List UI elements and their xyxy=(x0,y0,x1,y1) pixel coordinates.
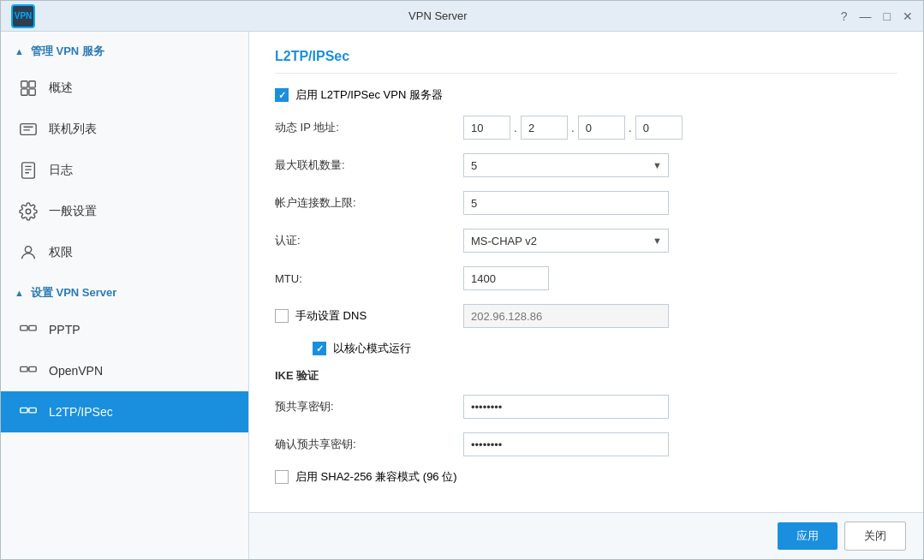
sidebar-item-log[interactable]: 日志 xyxy=(1,150,248,191)
content-inner: L2TP/IPSec 启用 L2TP/IPSec VPN 服务器 动态 IP 地… xyxy=(249,32,923,512)
sidebar-item-openvpn[interactable]: OpenVPN xyxy=(1,350,248,391)
l2tp-label: L2TP/IPSec xyxy=(49,405,113,419)
ip-dot-2: . xyxy=(571,121,575,134)
max-connections-label: 最大联机数量: xyxy=(275,158,463,173)
pptp-label: PPTP xyxy=(49,323,80,337)
ip-octet-2[interactable] xyxy=(521,116,568,140)
manual-dns-label: 手动设置 DNS xyxy=(295,308,367,324)
max-connections-select[interactable]: 5 10 20 50 xyxy=(463,153,669,177)
sidebar-section-manage: ▲ 管理 VPN 服务 xyxy=(1,32,248,68)
confirm-key-row: 确认预共享密钥: xyxy=(275,432,897,457)
apply-button[interactable]: 应用 xyxy=(778,522,838,550)
sidebar-item-overview[interactable]: 概述 xyxy=(1,68,248,109)
mtu-row: MTU: xyxy=(275,265,897,291)
dynamic-ip-label: 动态 IP 地址: xyxy=(275,120,463,135)
window-controls: ? — □ ✕ xyxy=(841,9,913,23)
manage-section-label: 管理 VPN 服务 xyxy=(31,44,104,59)
chevron-setup-icon: ▲ xyxy=(15,288,24,298)
svg-rect-1 xyxy=(29,81,35,87)
main-layout: ▲ 管理 VPN 服务 概述 xyxy=(1,32,923,559)
overview-icon xyxy=(18,78,39,98)
svg-rect-0 xyxy=(21,81,27,87)
window-title: VPN Server xyxy=(408,9,468,22)
minimize-button[interactable]: — xyxy=(860,9,872,23)
openvpn-label: OpenVPN xyxy=(49,364,103,378)
auth-row: 认证: MS-CHAP v2 PAP CHAP MS-CHAP ▼ xyxy=(275,228,897,253)
openvpn-icon xyxy=(18,360,39,381)
pptp-icon xyxy=(18,319,39,340)
preshared-key-label: 预共享密钥: xyxy=(275,399,463,414)
ike-section-label: IKE 验证 xyxy=(275,368,897,384)
page-title: L2TP/IPSec xyxy=(275,49,897,74)
mtu-label: MTU: xyxy=(275,272,463,285)
kernel-mode-checkbox[interactable] xyxy=(313,342,326,355)
titlebar-left: VPN xyxy=(11,4,35,28)
account-limit-label: 帐户连接数上限: xyxy=(275,195,463,211)
svg-point-6 xyxy=(26,209,31,214)
settings-icon xyxy=(18,201,39,222)
log-icon xyxy=(18,160,39,181)
chevron-manage-icon: ▲ xyxy=(15,46,24,57)
ip-group: . . . xyxy=(463,116,683,140)
l2tp-icon xyxy=(18,402,39,422)
auth-select-wrapper: MS-CHAP v2 PAP CHAP MS-CHAP ▼ xyxy=(463,229,669,253)
svg-rect-3 xyxy=(29,89,35,95)
sha2-checkbox[interactable] xyxy=(275,470,289,484)
general-settings-label: 一般设置 xyxy=(49,204,97,219)
dynamic-ip-row: 动态 IP 地址: . . . xyxy=(275,115,897,140)
sidebar-item-l2tp[interactable]: L2TP/IPSec xyxy=(1,391,248,432)
auth-label: 认证: xyxy=(275,233,463,248)
confirm-key-label: 确认预共享密钥: xyxy=(275,437,463,452)
sha2-row: 启用 SHA2-256 兼容模式 (96 位) xyxy=(275,469,897,485)
ip-octet-1[interactable] xyxy=(463,116,510,140)
manual-dns-checkbox[interactable] xyxy=(275,309,289,323)
sidebar-item-pptp[interactable]: PPTP xyxy=(1,309,248,350)
permissions-label: 权限 xyxy=(49,245,73,260)
ip-dot-1: . xyxy=(514,121,517,134)
sha2-label: 启用 SHA2-256 兼容模式 (96 位) xyxy=(295,469,457,485)
permissions-icon xyxy=(18,242,39,263)
app-logo: VPN xyxy=(11,4,35,28)
svg-rect-12 xyxy=(21,408,27,413)
kernel-mode-label: 以核心模式运行 xyxy=(333,341,411,356)
sidebar-item-general-settings[interactable]: 一般设置 xyxy=(1,191,248,232)
enable-service-checkbox[interactable] xyxy=(275,88,289,102)
main-window: VPN VPN Server ? — □ ✕ ▲ 管理 VPN 服务 xyxy=(0,0,924,560)
ip-octet-3[interactable] xyxy=(578,116,625,140)
sidebar-item-connection-list[interactable]: 联机列表 xyxy=(1,109,248,150)
auth-select[interactable]: MS-CHAP v2 PAP CHAP MS-CHAP xyxy=(463,229,669,253)
preshared-key-input[interactable] xyxy=(463,395,669,419)
kernel-mode-row: 以核心模式运行 xyxy=(275,341,897,356)
mtu-input[interactable] xyxy=(463,266,549,290)
dns-input[interactable] xyxy=(463,304,669,328)
log-label: 日志 xyxy=(49,163,73,178)
content-area: L2TP/IPSec 启用 L2TP/IPSec VPN 服务器 动态 IP 地… xyxy=(249,32,923,559)
maximize-button[interactable]: □ xyxy=(884,9,891,23)
svg-rect-4 xyxy=(21,124,36,135)
svg-rect-10 xyxy=(21,366,27,372)
svg-rect-2 xyxy=(21,89,27,95)
account-limit-input[interactable] xyxy=(463,191,669,215)
sidebar: ▲ 管理 VPN 服务 概述 xyxy=(1,32,249,559)
preshared-key-row: 预共享密钥: xyxy=(275,394,897,420)
sidebar-item-permissions[interactable]: 权限 xyxy=(1,232,248,273)
manual-dns-row: 手动设置 DNS xyxy=(275,303,897,329)
account-limit-row: 帐户连接数上限: xyxy=(275,190,897,216)
svg-rect-9 xyxy=(29,325,36,331)
help-button[interactable]: ? xyxy=(841,9,848,23)
titlebar: VPN VPN Server ? — □ ✕ xyxy=(1,1,923,32)
connection-list-icon xyxy=(18,119,39,140)
close-button[interactable]: ✕ xyxy=(903,9,913,23)
svg-rect-11 xyxy=(29,366,36,372)
cancel-button[interactable]: 关闭 xyxy=(844,521,906,551)
max-connections-row: 最大联机数量: 5 10 20 50 ▼ xyxy=(275,152,897,178)
confirm-key-input[interactable] xyxy=(463,432,669,456)
ip-octet-4[interactable] xyxy=(635,116,683,140)
svg-rect-8 xyxy=(21,325,27,331)
bottom-bar: 应用 关闭 xyxy=(249,512,923,559)
enable-service-row: 启用 L2TP/IPSec VPN 服务器 xyxy=(275,87,897,103)
connection-list-label: 联机列表 xyxy=(49,122,97,137)
enable-service-label: 启用 L2TP/IPSec VPN 服务器 xyxy=(295,87,443,103)
sidebar-section-setup: ▲ 设置 VPN Server xyxy=(1,273,248,309)
svg-rect-5 xyxy=(22,163,35,178)
